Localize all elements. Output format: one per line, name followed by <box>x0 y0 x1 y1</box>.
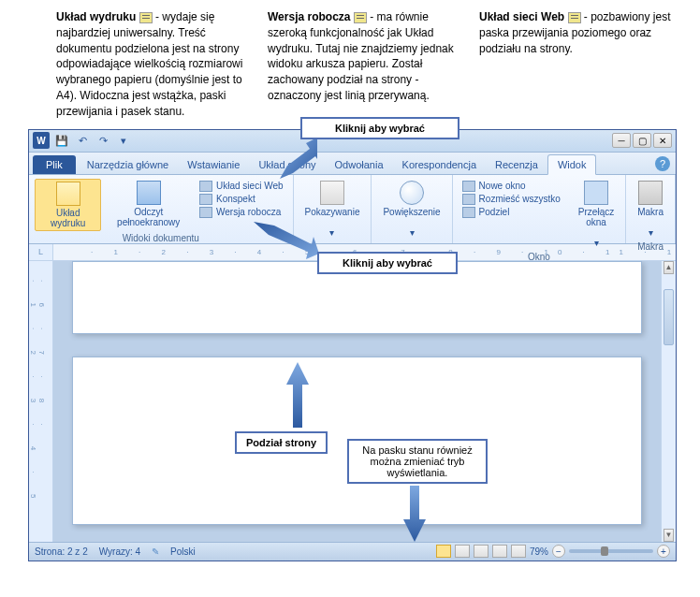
status-page[interactable]: Strona: 2 z 2 <box>35 546 88 557</box>
zoom-slider-thumb[interactable] <box>601 546 608 556</box>
ribbon-tabs: Plik Narzędzia główne Wstawianie Układ s… <box>29 153 676 175</box>
redo-icon[interactable]: ↷ <box>95 132 111 149</box>
callout-statusbar: Na pasku stanu również można zmieniać tr… <box>347 439 488 484</box>
ribbon-group-zoom: Powiększenie▾ <box>372 175 452 243</box>
desc-col-2-body: - ma równie szeroką funkcjonalność jak U… <box>268 10 454 102</box>
group-views-label: Widoki dokumentu <box>35 231 287 243</box>
quick-access-toolbar: W 💾 ↶ ↷ ▾ <box>33 132 132 149</box>
view-outline-button[interactable] <box>492 545 507 558</box>
view-draft-button[interactable] <box>511 545 526 558</box>
fullscreen-reading-button[interactable]: Odczyt pełnoekranowy <box>101 179 196 229</box>
status-bar: Strona: 2 z 2 Wyrazy: 4 ✎ Polski 79% − + <box>29 542 676 561</box>
desc-col-3-title: Układ sieci Web <box>479 10 564 23</box>
fullscreen-icon <box>137 181 161 205</box>
desc-col-2: Wersja robocza - ma równie szeroką funkc… <box>268 9 460 120</box>
new-window-label: Nowe okno <box>479 181 526 191</box>
word-app-icon: W <box>33 132 50 149</box>
status-language[interactable]: Polski <box>170 546 196 557</box>
tab-review[interactable]: Recenzja <box>486 155 547 174</box>
vertical-scrollbar[interactable]: ▲ ▼ <box>661 261 676 542</box>
draft-icon <box>199 207 212 218</box>
split-button[interactable]: Podziel <box>462 207 561 218</box>
ribbon-group-macros: Makra▾ Makra <box>626 175 676 243</box>
view-web-button[interactable] <box>474 545 489 558</box>
web-layout-iconlet <box>568 12 581 23</box>
arrow-pagebreak <box>286 362 309 428</box>
scroll-thumb[interactable] <box>664 289 674 345</box>
zoom-in-button[interactable]: + <box>657 545 670 558</box>
tab-home[interactable]: Narzędzia główne <box>78 155 178 174</box>
switch-windows-label: Przełącz okna <box>578 207 614 227</box>
show-label: Pokazywanie <box>305 207 360 217</box>
desc-col-1: Układ wydruku - wydaje się najbardziej u… <box>56 9 249 120</box>
window-controls: ─ ▢ ✕ <box>612 133 672 148</box>
zoom-label: Powiększenie <box>383 207 440 217</box>
arrange-label: Rozmieść wszystko <box>479 194 561 204</box>
file-tab[interactable]: Plik <box>33 155 76 174</box>
ribbon: Układ wydruku Odczyt pełnoekranowy Układ… <box>29 175 676 244</box>
split-label: Podziel <box>479 207 510 217</box>
view-print-layout-button[interactable] <box>436 545 451 558</box>
maximize-button[interactable]: ▢ <box>633 133 651 148</box>
outline-icon <box>199 194 212 205</box>
show-icon <box>320 181 344 205</box>
descriptions-row: Układ wydruku - wydaje się najbardziej u… <box>0 0 700 129</box>
web-layout-button[interactable]: Układ sieci Web <box>199 181 284 192</box>
callout-click-1: Kliknij aby wybrać <box>300 117 459 139</box>
draft-button[interactable]: Wersja robocza <box>199 207 284 218</box>
vertical-ruler[interactable]: · 1 · 2 · 3 · 4 · 5 · 6 · 7 · 8 · <box>29 261 53 542</box>
arrow-click-2 <box>254 222 319 259</box>
tab-insert[interactable]: Wstawianie <box>178 155 249 174</box>
arrow-statusbar <box>403 486 426 542</box>
desc-col-3: Układ sieci Web - pozbawiony jest paska … <box>479 9 672 120</box>
switch-windows-icon <box>584 181 608 205</box>
zoom-button[interactable]: Powiększenie▾ <box>377 179 445 240</box>
tab-view[interactable]: Widok <box>547 154 597 175</box>
scroll-up-arrow[interactable]: ▲ <box>664 261 674 274</box>
print-layout-icon <box>56 182 80 206</box>
tab-mailings[interactable]: Korespondencja <box>393 155 487 174</box>
print-layout-label: Układ wydruku <box>41 208 95 228</box>
status-words[interactable]: Wyrazy: 4 <box>99 546 140 557</box>
fullscreen-label: Odczyt pełnoekranowy <box>107 207 190 227</box>
draft-label: Wersja robocza <box>216 207 281 217</box>
zoom-out-button[interactable]: − <box>552 545 565 558</box>
window-small-list: Nowe okno Rozmieść wszystko Podziel <box>459 179 564 220</box>
desc-col-1-body: - wydaje się najbardziej uniwersalny. Tr… <box>56 10 242 118</box>
arrange-all-button[interactable]: Rozmieść wszystko <box>462 194 561 205</box>
document-area: · 1 · 2 · 3 · 4 · 5 · 6 · 7 · 8 · ▲ ▼ Po… <box>29 261 676 542</box>
close-button[interactable]: ✕ <box>653 133 672 148</box>
status-right: 79% − + <box>436 545 670 558</box>
save-icon[interactable]: 💾 <box>53 132 70 149</box>
page-layout-iconlet <box>139 12 153 23</box>
view-fullscreen-button[interactable] <box>455 545 470 558</box>
proofing-icon[interactable]: ✎ <box>152 546 159 557</box>
pages-viewport[interactable] <box>53 261 661 542</box>
minimize-button[interactable]: ─ <box>612 133 631 148</box>
qat-dropdown-icon[interactable]: ▾ <box>115 132 132 149</box>
scroll-down-arrow[interactable]: ▼ <box>664 529 674 542</box>
outline-button[interactable]: Konspekt <box>199 194 284 205</box>
ruler-corner: L <box>29 244 53 260</box>
print-layout-button[interactable]: Układ wydruku <box>35 179 101 231</box>
macros-icon <box>638 181 663 205</box>
split-icon <box>462 207 475 218</box>
macros-button[interactable]: Makra▾ <box>632 179 669 240</box>
zoom-level[interactable]: 79% <box>530 546 548 557</box>
web-layout-label: Układ sieci Web <box>216 181 284 191</box>
web-layout-icon <box>199 181 212 192</box>
undo-icon[interactable]: ↶ <box>74 132 91 149</box>
new-window-icon <box>462 181 475 192</box>
ribbon-group-window: Nowe okno Rozmieść wszystko Podziel Prze… <box>453 175 627 243</box>
zoom-icon <box>400 181 424 205</box>
views-small-list: Układ sieci Web Konspekt Wersja robocza <box>196 179 287 220</box>
switch-windows-button[interactable]: Przełącz okna▾ <box>573 179 620 250</box>
tab-references[interactable]: Odwołania <box>326 155 393 174</box>
help-icon[interactable]: ? <box>655 156 670 171</box>
group-zoom-label <box>377 240 445 241</box>
zoom-slider[interactable] <box>569 549 653 553</box>
new-window-button[interactable]: Nowe okno <box>462 181 561 192</box>
desc-col-2-title: Wersja robocza <box>268 10 350 23</box>
macros-label: Makra <box>637 207 664 217</box>
arrow-click-1 <box>280 138 317 179</box>
